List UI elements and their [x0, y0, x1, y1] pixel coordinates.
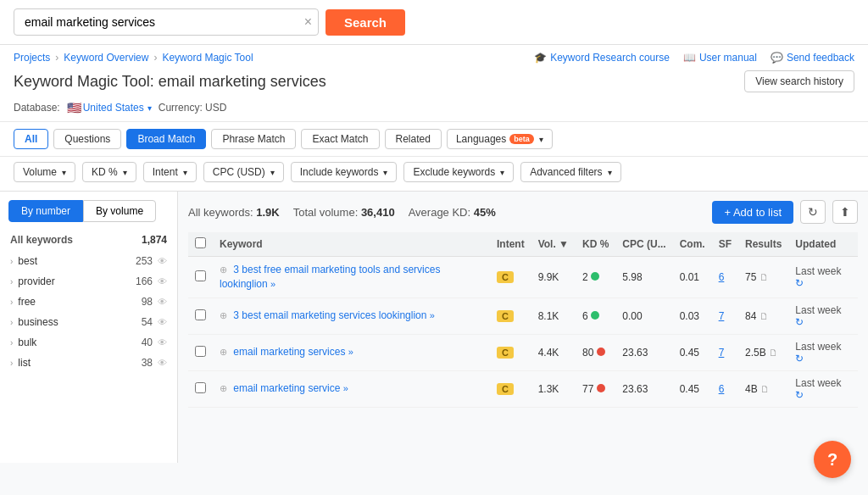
feedback-link[interactable]: 💬 Send feedback: [771, 52, 854, 64]
refresh-button[interactable]: ↻: [800, 200, 826, 224]
expand-arrow-icon: ›: [10, 298, 13, 307]
td-volume: 4.4K: [531, 334, 576, 370]
sidebar-item-count: 166: [136, 275, 153, 287]
sidebar-all-keywords-label: All keywords: [10, 234, 73, 246]
add-to-list-button[interactable]: + Add to list: [712, 201, 793, 224]
tab-all[interactable]: All: [14, 129, 48, 149]
sidebar-item[interactable]: › best 253 👁: [0, 251, 177, 271]
clear-icon[interactable]: ×: [304, 14, 312, 30]
eye-icon[interactable]: 👁: [158, 317, 167, 327]
search-input[interactable]: [14, 8, 319, 36]
sidebar-item[interactable]: › bulk 40 👁: [0, 332, 177, 353]
sidebar-tab-by-volume[interactable]: By volume: [83, 200, 156, 222]
td-sf: 7: [712, 298, 738, 334]
sidebar-item-label: bulk: [18, 336, 36, 348]
td-keyword: ⊕ 3 best email marketing services lookin…: [213, 298, 490, 334]
select-all-checkbox[interactable]: [195, 237, 206, 248]
kd-indicator: [597, 384, 605, 392]
keyword-link[interactable]: email marketing service: [233, 382, 340, 394]
row-checkbox[interactable]: [195, 309, 206, 320]
sidebar-item-right: 98 👁: [142, 296, 167, 308]
row-checkbox[interactable]: [195, 382, 206, 393]
sidebar-item[interactable]: › business 54 👁: [0, 312, 177, 332]
eye-icon[interactable]: 👁: [158, 358, 167, 368]
breadcrumb-sep2: ›: [153, 52, 157, 64]
course-link[interactable]: 🎓 Keyword Research course: [534, 52, 670, 64]
refresh-icon[interactable]: ↻: [795, 277, 804, 289]
sidebar-tab-by-number[interactable]: By number: [8, 200, 83, 222]
main-area: By number By volume All keywords 1,874 ›…: [0, 192, 868, 463]
td-volume: 8.1K: [531, 298, 576, 334]
row-checkbox[interactable]: [195, 270, 206, 281]
th-kd: KD %: [576, 232, 615, 257]
sidebar-item[interactable]: › provider 166 👁: [0, 271, 177, 292]
search-button[interactable]: Search: [326, 9, 405, 36]
table-row: ⊕ 3 best email marketing services lookin…: [188, 298, 858, 334]
sidebar-all-keywords-count: 1,874: [142, 234, 167, 246]
sidebar-item[interactable]: › free 98 👁: [0, 292, 177, 312]
breadcrumb-keyword-overview[interactable]: Keyword Overview: [64, 52, 148, 64]
content-area: All keywords: 1.9K Total volume: 36,410 …: [178, 192, 868, 463]
filter-cpc[interactable]: CPC (USD) ▾: [203, 162, 284, 182]
th-cpc: CPC (U...: [615, 232, 672, 257]
last-week-label: Last week: [795, 304, 841, 316]
td-updated: Last week ↻: [788, 334, 858, 370]
tab-questions[interactable]: Questions: [53, 129, 121, 149]
sidebar-item-left: › business: [10, 316, 58, 328]
filter-volume[interactable]: Volume ▾: [14, 162, 75, 182]
filter-kd[interactable]: KD % ▾: [82, 162, 136, 182]
td-com: 0.45: [673, 370, 712, 407]
page-icon: 🗋: [769, 348, 778, 358]
beta-badge: beta: [509, 134, 534, 144]
refresh-icon[interactable]: ↻: [795, 316, 804, 328]
breadcrumb-projects[interactable]: Projects: [14, 52, 50, 64]
tab-languages[interactable]: Languages beta ▾: [447, 129, 553, 149]
sidebar-item-label: list: [18, 357, 31, 369]
page-icon: 🗋: [760, 311, 769, 321]
breadcrumb-keyword-magic[interactable]: Keyword Magic Tool: [162, 52, 253, 64]
eye-icon[interactable]: 👁: [158, 256, 167, 266]
td-updated: Last week ↻: [788, 298, 858, 334]
tab-broad-match[interactable]: Broad Match: [126, 129, 206, 149]
td-cpc: 23.63: [615, 370, 672, 407]
refresh-icon[interactable]: ↻: [795, 353, 804, 364]
manual-link[interactable]: 📖 User manual: [683, 52, 757, 64]
export-button[interactable]: ⬆: [832, 200, 858, 224]
keyword-link[interactable]: 3 best free email marketing tools and se…: [220, 264, 440, 290]
filter-exclude-keywords[interactable]: Exclude keywords ▾: [403, 162, 514, 182]
td-sf: 6: [712, 370, 738, 407]
td-checkbox: [188, 334, 213, 370]
expand-arrow: »: [343, 383, 348, 393]
tab-related[interactable]: Related: [385, 129, 442, 149]
row-checkbox[interactable]: [195, 346, 206, 357]
td-kd: 6: [576, 298, 615, 334]
sidebar-item-right: 253 👁: [136, 255, 167, 267]
eye-icon[interactable]: 👁: [158, 337, 167, 348]
td-sf: 6: [712, 257, 738, 298]
sf-link[interactable]: 6: [719, 271, 725, 283]
eye-icon[interactable]: 👁: [158, 276, 167, 286]
filter-include-keywords[interactable]: Include keywords ▾: [291, 162, 398, 182]
search-bar: × Search: [0, 0, 868, 45]
sf-link[interactable]: 7: [719, 310, 725, 322]
sf-link[interactable]: 7: [719, 347, 725, 359]
database-country[interactable]: 🇺🇸 United States ▾: [67, 101, 152, 114]
filter-row2: Volume ▾ KD % ▾ Intent ▾ CPC (USD) ▾ Inc…: [0, 157, 868, 192]
expand-arrow: »: [430, 310, 435, 320]
intent-badge: C: [497, 383, 514, 395]
eye-icon[interactable]: 👁: [158, 297, 167, 307]
keyword-link[interactable]: email marketing services: [233, 346, 345, 358]
page-icon: 🗋: [760, 272, 769, 282]
refresh-icon[interactable]: ↻: [795, 389, 804, 401]
all-keywords-stat: All keywords: 1.9K: [188, 206, 280, 219]
tab-exact-match[interactable]: Exact Match: [301, 129, 379, 149]
filter-advanced[interactable]: Advanced filters ▾: [520, 162, 620, 182]
tab-phrase-match[interactable]: Phrase Match: [211, 129, 296, 149]
sf-link[interactable]: 6: [719, 383, 725, 395]
filter-intent[interactable]: Intent ▾: [143, 162, 197, 182]
view-history-button[interactable]: View search history: [744, 70, 854, 92]
sidebar-item[interactable]: › list 38 👁: [0, 353, 177, 373]
sidebar-item-count: 54: [142, 316, 153, 328]
th-volume[interactable]: Vol. ▼: [531, 232, 576, 257]
keyword-link[interactable]: 3 best email marketing services lookingl…: [233, 309, 426, 321]
